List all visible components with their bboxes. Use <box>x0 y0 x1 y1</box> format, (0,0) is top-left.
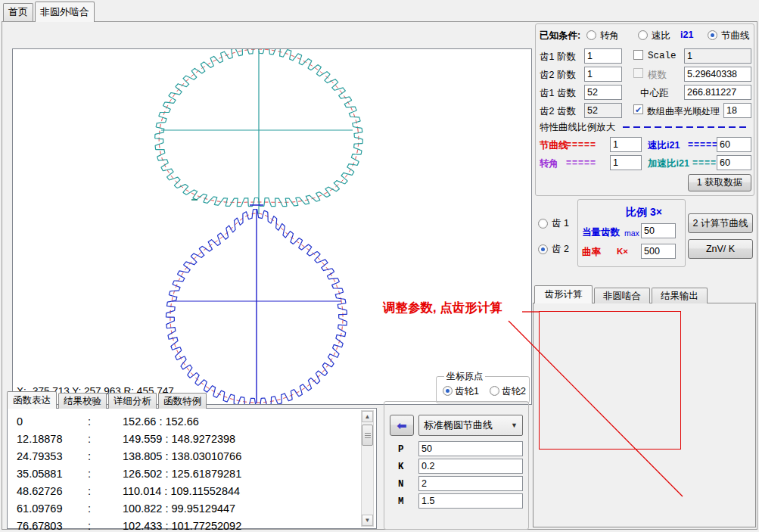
list-row[interactable]: 0:152.66 : 152.66 <box>8 412 376 430</box>
list-row[interactable]: 61.09769:100.822 : 99.95129447 <box>8 499 376 517</box>
list-colon: : <box>88 520 123 532</box>
origin-gear2-label: 齿轮2 <box>502 385 526 398</box>
module-input[interactable] <box>684 67 751 82</box>
scroll-up-button[interactable]: ▲ <box>362 411 373 422</box>
smooth-input[interactable] <box>723 103 751 118</box>
tab-tooth-calc[interactable]: 齿形计算 <box>534 285 593 303</box>
main-container: X: -375.713 Y: 257.963 R: 455.747 坐标原点 齿… <box>2 21 757 530</box>
gear-plot-svg <box>13 49 531 404</box>
back-arrow-button[interactable]: ⬅ <box>390 415 414 436</box>
p-input[interactable] <box>418 441 523 456</box>
known-ratio-radio[interactable] <box>638 30 648 40</box>
chevron-down-icon: ▼ <box>511 422 518 429</box>
scale-checkbox[interactable] <box>633 50 643 60</box>
list-values: 100.822 : 99.95129447 <box>123 502 235 515</box>
list-x: 48.62726 <box>17 485 88 497</box>
list-row[interactable]: 12.18878:149.559 : 148.9272398 <box>8 430 376 447</box>
app-window: 首页 非圆外啮合 X: -375.713 Y: 257.963 R: 455.7… <box>0 0 759 532</box>
n-label: N <box>398 479 404 490</box>
list-x: 0 <box>17 415 88 428</box>
list-row[interactable]: 48.62726:110.014 : 109.11552844 <box>8 482 376 499</box>
pitchcurve-factor-input[interactable] <box>610 137 642 152</box>
angle-factor-input[interactable] <box>610 155 642 170</box>
list-colon: : <box>88 485 123 497</box>
gear1-order-input[interactable] <box>584 48 622 64</box>
list-row[interactable]: 24.79353:138.805 : 138.03010766 <box>8 447 376 465</box>
known-pitchcurve-radio[interactable] <box>708 30 717 40</box>
equiv-teeth-input[interactable] <box>641 223 676 238</box>
tab-detail-analysis[interactable]: 详细分析 <box>108 393 157 409</box>
origin-gear1-label: 齿轮1 <box>455 385 479 398</box>
scale-input[interactable] <box>684 48 751 64</box>
known-ratio-i21-label: i21 <box>680 30 693 40</box>
list-row[interactable]: 35.05881:126.502 : 125.61879281 <box>8 465 376 482</box>
tab-home[interactable]: 首页 <box>3 3 33 21</box>
origin-gear2-radio[interactable] <box>490 386 499 396</box>
scroll-thumb[interactable] <box>362 425 373 446</box>
n-input[interactable] <box>418 476 523 491</box>
list-values: 110.014 : 109.11552844 <box>123 485 240 497</box>
equiv-teeth-label: 当量齿数 <box>582 226 620 239</box>
pitchcurve-eq: ===== <box>566 139 596 150</box>
known-ratio-label: 速比 <box>652 30 670 42</box>
ratio-factor-input[interactable] <box>717 137 751 152</box>
gear2-select-radio[interactable] <box>538 244 548 254</box>
gear1-order-label: 齿1 阶数 <box>540 51 576 64</box>
gear1-teeth-label: 齿1 齿数 <box>540 87 576 100</box>
tab-result-check[interactable]: 结果校验 <box>58 393 107 409</box>
list-colon: : <box>88 433 123 445</box>
left-arrow-icon: ⬅ <box>397 418 406 433</box>
p-label: P <box>398 444 404 455</box>
curvature-label: 曲率 <box>582 246 601 259</box>
list-scrollbar[interactable]: ▲ ▼ <box>361 410 374 527</box>
list-colon: : <box>88 502 123 515</box>
module-label: 模数 <box>648 69 667 82</box>
list-colon: : <box>88 468 123 480</box>
annotation-text: 调整参数, 点齿形计算 <box>383 300 502 316</box>
known-angle-label: 转角 <box>600 30 619 42</box>
tab-function-expression[interactable]: 函数表达 <box>7 391 57 409</box>
m-input[interactable] <box>418 493 523 509</box>
list-colon: : <box>88 415 123 428</box>
curve-type-dropdown[interactable]: 标准椭圆节曲线 ▼ <box>418 415 523 436</box>
tab-result-output[interactable]: 结果输出 <box>652 288 708 303</box>
znv-k-button[interactable]: ZnV/ K <box>688 239 753 259</box>
gear1-select-radio[interactable] <box>538 219 548 229</box>
smooth-checkbox[interactable]: ✔ <box>633 104 643 114</box>
gear2-teeth-input[interactable] <box>584 103 622 118</box>
k-input[interactable] <box>418 459 523 474</box>
tab-noncircular-external[interactable]: 非圆外啮合 <box>35 2 95 22</box>
scale-label: Scale <box>648 51 677 61</box>
m-label: M <box>398 496 404 507</box>
scroll-down-button[interactable]: ▼ <box>362 515 373 526</box>
known-angle-radio[interactable] <box>586 30 596 40</box>
list-colon: : <box>88 450 123 462</box>
center-distance-label: 中心距 <box>640 87 669 100</box>
list-x: 76.67803 <box>17 520 88 532</box>
module-checkbox[interactable] <box>633 68 643 78</box>
curve-type-value: 标准椭圆节曲线 <box>424 418 493 432</box>
gear1-teeth-input[interactable] <box>584 85 622 100</box>
list-values: 152.66 : 152.66 <box>123 415 199 428</box>
tab-noncircular-mesh[interactable]: 非圆啮合 <box>594 288 650 303</box>
ratio-eq: ===== <box>688 139 718 150</box>
function-listbox[interactable]: 0:152.66 : 152.66 12.18878:149.559 : 148… <box>7 408 377 529</box>
get-data-button[interactable]: 1 获取数据 <box>688 174 751 191</box>
tab-function-special[interactable]: 函数特例 <box>158 393 207 409</box>
curvature-input[interactable] <box>641 244 676 259</box>
gear1-select-label: 齿 1 <box>552 217 569 230</box>
compute-pitchcurve-button[interactable]: 2 计算节曲线 <box>688 213 753 233</box>
accel-factor-input[interactable] <box>717 155 751 170</box>
list-values: 126.502 : 125.61879281 <box>123 468 241 480</box>
list-values: 149.559 : 148.9272398 <box>123 433 235 445</box>
list-x: 61.09769 <box>17 502 88 515</box>
list-x: 12.18878 <box>17 433 88 445</box>
center-distance-input[interactable] <box>684 85 751 100</box>
angle-eq: ===== <box>566 157 596 168</box>
list-row[interactable]: 76.67803:102.433 : 101.77252092 <box>8 517 376 532</box>
origin-gear1-radio[interactable] <box>443 386 453 396</box>
gear2-order-input[interactable] <box>584 67 622 82</box>
accel-row-label: 加速比i21 <box>648 157 689 170</box>
origin-groupbox-title: 坐标原点 <box>444 370 485 383</box>
gear-plot-canvas[interactable]: X: -375.713 Y: 257.963 R: 455.747 坐标原点 齿… <box>12 48 532 405</box>
